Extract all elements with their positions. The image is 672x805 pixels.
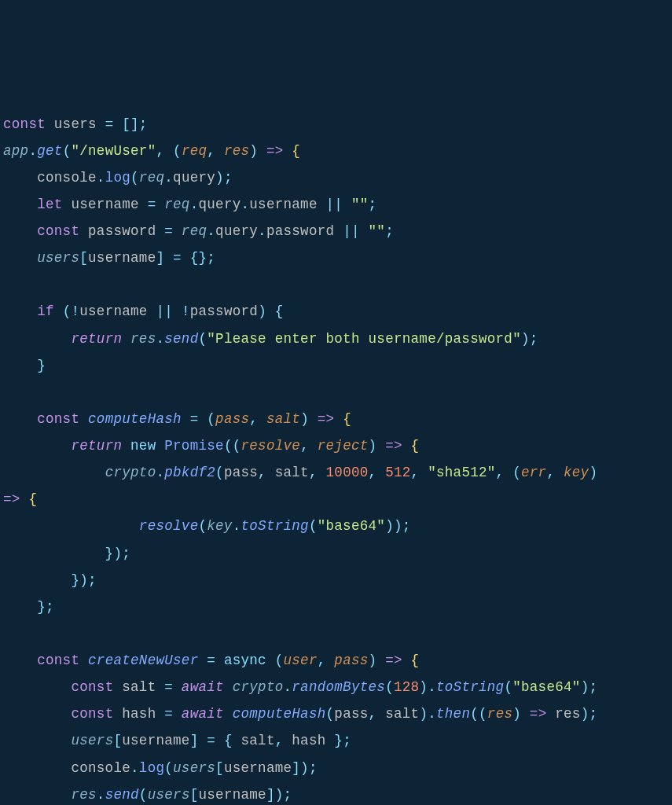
code-token: => <box>3 491 20 507</box>
code-token: password <box>266 223 334 239</box>
code-line: }; <box>3 594 669 620</box>
code-token: users <box>173 760 215 776</box>
code-token: console <box>3 760 130 776</box>
code-token: username <box>249 197 317 212</box>
code-token: , <box>249 411 266 427</box>
code-token: "" <box>369 223 386 239</box>
code-token: ; <box>88 572 97 588</box>
code-token: computeHash <box>233 706 326 722</box>
code-token <box>3 331 71 347</box>
code-token: res <box>224 143 249 159</box>
code-token: async <box>224 652 266 668</box>
code-line: app.get("/newUser", (req, res) => { <box>3 138 669 164</box>
code-token: => <box>318 411 335 427</box>
code-token: . <box>156 465 164 480</box>
code-line: const createNewUser = async (user, pass)… <box>3 647 669 674</box>
code-token: , <box>318 652 335 668</box>
code-token: send <box>105 787 139 803</box>
code-token: send <box>164 331 198 347</box>
code-token: password <box>88 223 156 239</box>
code-token: salt <box>385 706 419 722</box>
code-line: return new Promise((resolve, reject) => … <box>3 432 669 459</box>
code-token: res <box>487 706 512 722</box>
code-line: const computeHash = (pass, salt) => { <box>3 406 669 432</box>
code-line: const salt = await crypto.randomBytes(12… <box>3 674 669 700</box>
code-token <box>3 787 71 803</box>
code-token: . <box>97 787 105 803</box>
code-token: crypto <box>233 679 284 695</box>
code-token: ; <box>224 170 233 186</box>
code-token: . <box>428 706 436 722</box>
code-token: req <box>164 197 189 212</box>
code-token: => <box>530 706 547 722</box>
code-token: ) <box>589 465 606 480</box>
code-token: || <box>318 197 351 212</box>
code-token <box>3 626 12 641</box>
code-token: { <box>334 411 351 427</box>
code-token: users <box>54 116 97 132</box>
code-token: ) <box>215 170 224 186</box>
code-token: ) <box>419 706 428 722</box>
code-token: return <box>71 438 122 454</box>
code-token: . <box>164 170 173 186</box>
code-token: ; <box>530 331 538 347</box>
code-token: , <box>546 465 564 480</box>
code-token: ; <box>207 250 215 266</box>
code-token: ]) <box>292 760 309 776</box>
code-token: log <box>139 760 164 776</box>
code-token <box>122 331 130 347</box>
code-token: = <box>139 197 164 212</box>
code-token: password <box>190 303 258 319</box>
code-line <box>3 271 669 298</box>
code-token: 512 <box>385 465 410 480</box>
code-token: new <box>130 438 156 454</box>
code-editor[interactable]: const users = [];app.get("/newUser", (re… <box>3 111 669 806</box>
code-line: }); <box>3 540 669 567</box>
code-line: const password = req.query.password || "… <box>3 218 669 244</box>
code-token: ( <box>139 787 148 803</box>
code-token: username <box>71 197 138 212</box>
code-token: => <box>266 143 284 159</box>
code-token: salt <box>275 465 309 480</box>
code-token: hash <box>122 706 156 722</box>
code-token: )) <box>385 518 402 534</box>
code-token: . <box>97 170 105 186</box>
code-token <box>3 706 71 722</box>
code-token: "Please enter both username/password" <box>207 331 521 347</box>
code-token: [ <box>113 733 122 748</box>
code-token: await <box>182 679 224 695</box>
code-token: ] = {} <box>156 250 207 266</box>
code-token: = <box>156 679 181 695</box>
code-line: const hash = await computeHash(pass, sal… <box>3 700 669 727</box>
code-token: ) <box>419 679 428 695</box>
code-token: username <box>79 303 147 319</box>
code-token <box>122 438 130 454</box>
code-token: = <box>156 223 181 239</box>
code-token: { <box>284 143 301 159</box>
code-line: users[username] = {}; <box>3 244 669 271</box>
code-token: res <box>130 331 156 347</box>
code-token: ( <box>215 465 224 480</box>
code-token: ; <box>284 787 292 803</box>
code-token: = ( <box>182 411 215 427</box>
code-token: "sha512" <box>428 465 495 480</box>
code-token: createNewUser <box>88 652 198 668</box>
code-token: => <box>385 438 402 454</box>
code-token <box>3 303 37 319</box>
code-token: log <box>105 170 130 186</box>
code-token: ]) <box>266 787 284 803</box>
code-token <box>3 465 105 480</box>
code-token: = [] <box>97 116 139 132</box>
code-token: pass <box>334 652 368 668</box>
code-token: crypto <box>105 465 156 480</box>
code-token: ; <box>139 116 148 132</box>
code-line: console.log(req.query); <box>3 164 669 191</box>
code-token: , <box>275 733 292 748</box>
code-token: app <box>3 143 28 159</box>
code-token <box>3 197 37 212</box>
code-token: , <box>411 465 428 480</box>
code-token <box>3 679 71 695</box>
code-token: "" <box>351 197 369 212</box>
code-token: ; <box>46 599 54 615</box>
code-token: res <box>546 706 580 722</box>
